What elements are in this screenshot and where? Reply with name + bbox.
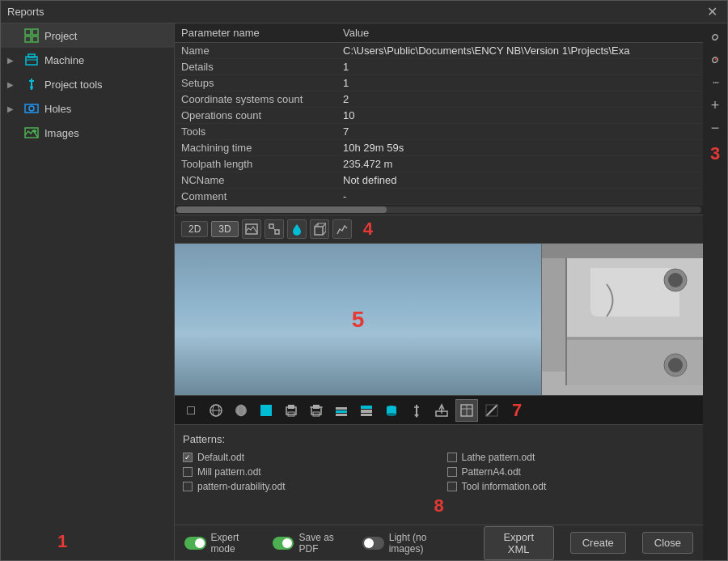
svg-point-9 bbox=[30, 86, 33, 89]
btn-export-xml[interactable]: Export XML bbox=[484, 526, 554, 560]
bt-diagonal[interactable] bbox=[480, 399, 503, 422]
sidebar-item-project[interactable]: Project bbox=[1, 23, 174, 48]
toggle-expert-thumb bbox=[195, 538, 205, 548]
link-icon-1[interactable] bbox=[705, 27, 726, 48]
num-label-8: 8 bbox=[183, 495, 695, 516]
btn-close[interactable]: Close bbox=[642, 532, 693, 554]
btn-2d[interactable]: 2D bbox=[181, 221, 208, 237]
bt-print2[interactable] bbox=[305, 399, 328, 422]
table-cell-name: NCName bbox=[181, 174, 343, 186]
svg-rect-46 bbox=[336, 410, 347, 413]
table-row[interactable]: Toolpath length235.472 m bbox=[175, 156, 703, 172]
svg-rect-18 bbox=[315, 227, 323, 235]
num-label-5: 5 bbox=[352, 307, 365, 333]
bt-stack1[interactable] bbox=[330, 399, 353, 422]
view-toolbar: 2D 3D bbox=[175, 215, 703, 244]
more-options-icon[interactable]: ··· bbox=[705, 72, 726, 93]
table-row[interactable]: Tools7 bbox=[175, 124, 703, 140]
bt-stack2[interactable] bbox=[355, 399, 378, 422]
bt-square2[interactable] bbox=[255, 399, 277, 422]
toggle-save-pdf[interactable]: Save as PDF bbox=[273, 532, 346, 555]
content-area: Project ▶ Machine ▶ bbox=[1, 23, 727, 560]
bt-3d-sphere[interactable] bbox=[230, 399, 252, 422]
sidebar-item-images[interactable]: Images bbox=[1, 121, 174, 145]
pattern-checkbox[interactable] bbox=[447, 482, 457, 491]
toggle-expert-track[interactable] bbox=[184, 537, 206, 550]
sidebar-item-project-tools[interactable]: ▶ Project tools bbox=[1, 72, 174, 96]
table-row[interactable]: NameC:\Users\Public\Documents\ENCY NB\Ve… bbox=[175, 43, 703, 59]
bt-square[interactable]: □ bbox=[180, 399, 202, 422]
btn-3d[interactable]: 3D bbox=[211, 221, 238, 237]
pattern-checkbox[interactable] bbox=[183, 482, 193, 491]
main-window: Reports ✕ Project ▶ bbox=[0, 0, 728, 561]
icon-chart[interactable] bbox=[332, 219, 352, 239]
pattern-label: PatternA4.odt bbox=[462, 466, 521, 478]
bt-tool[interactable] bbox=[405, 399, 428, 422]
bt-export[interactable] bbox=[430, 399, 453, 422]
svg-line-20 bbox=[323, 223, 326, 227]
col-header-name: Parameter name bbox=[181, 27, 343, 39]
pattern-item[interactable]: Default.odt bbox=[183, 452, 431, 463]
table-cell-name: Setups bbox=[181, 77, 343, 89]
main-panel: Parameter name Value NameC:\Users\Public… bbox=[175, 23, 727, 560]
link-icon-2[interactable] bbox=[705, 49, 726, 70]
icon-fit-view[interactable] bbox=[265, 219, 284, 239]
table-cell-value: 1 bbox=[343, 77, 696, 89]
3d-view-left[interactable]: 5 bbox=[175, 244, 541, 395]
toggle-expert-mode[interactable]: Expert mode bbox=[184, 532, 256, 555]
bt-cylinder[interactable] bbox=[380, 399, 403, 422]
pattern-item[interactable]: Tool information.odt bbox=[447, 481, 696, 492]
toggle-light[interactable]: Light (no images) bbox=[362, 532, 451, 555]
minus-icon[interactable]: − bbox=[705, 117, 726, 138]
svg-point-26 bbox=[668, 273, 683, 287]
3d-view-right[interactable] bbox=[541, 244, 703, 395]
bt-globe[interactable] bbox=[205, 399, 227, 422]
table-cell-value: Not defined bbox=[343, 174, 696, 186]
table-area: Parameter name Value NameC:\Users\Public… bbox=[175, 23, 703, 215]
close-button[interactable]: ✕ bbox=[704, 4, 721, 19]
bt-table-active[interactable] bbox=[455, 399, 478, 422]
pattern-checkbox[interactable] bbox=[447, 453, 457, 462]
table-body[interactable]: NameC:\Users\Public\Documents\ENCY NB\Ve… bbox=[175, 43, 703, 205]
horizontal-scrollbar[interactable] bbox=[175, 205, 703, 215]
table-row[interactable]: Details1 bbox=[175, 59, 703, 75]
table-row[interactable]: Coordinate systems count2 bbox=[175, 91, 703, 108]
icon-droplet[interactable] bbox=[287, 219, 307, 239]
svg-point-29 bbox=[668, 358, 683, 372]
table-row[interactable]: Comment- bbox=[175, 189, 703, 205]
toggle-pdf-track[interactable] bbox=[273, 537, 294, 550]
pattern-item[interactable]: Lathe pattern.odt bbox=[447, 452, 696, 463]
scrollbar-thumb[interactable] bbox=[176, 206, 387, 213]
sidebar: Project ▶ Machine ▶ bbox=[1, 23, 175, 560]
table-row[interactable]: Machining time10h 29m 59s bbox=[175, 140, 703, 156]
svg-rect-49 bbox=[361, 410, 372, 413]
pattern-item[interactable]: PatternA4.odt bbox=[447, 466, 696, 478]
svg-rect-37 bbox=[260, 405, 272, 416]
svg-rect-15 bbox=[269, 224, 273, 228]
svg-rect-48 bbox=[361, 406, 372, 409]
pattern-item[interactable]: pattern-durability.odt bbox=[183, 481, 431, 492]
footer: Expert mode Save as PDF Light (no images… bbox=[175, 525, 703, 560]
pattern-checkbox[interactable] bbox=[447, 467, 457, 477]
table-row[interactable]: Operations count10 bbox=[175, 108, 703, 124]
icon-image-view[interactable] bbox=[242, 219, 261, 239]
pattern-label: Mill pattern.odt bbox=[197, 466, 261, 478]
pattern-checkbox[interactable] bbox=[183, 467, 193, 477]
icon-box-view[interactable] bbox=[310, 219, 329, 239]
sidebar-item-machine[interactable]: ▶ Machine bbox=[1, 48, 174, 72]
table-cell-name: Machining time bbox=[181, 142, 343, 154]
window-title: Reports bbox=[7, 6, 44, 18]
bt-print[interactable] bbox=[280, 399, 303, 422]
pattern-label: Default.odt bbox=[197, 452, 244, 463]
add-icon[interactable]: + bbox=[705, 95, 726, 116]
toggle-expert-label: Expert mode bbox=[211, 532, 256, 555]
table-row[interactable]: Setups1 bbox=[175, 75, 703, 91]
table-row[interactable]: NCNameNot defined bbox=[175, 172, 703, 189]
btn-create[interactable]: Create bbox=[570, 532, 626, 554]
table-cell-name: Details bbox=[181, 61, 343, 73]
sidebar-item-holes[interactable]: ▶ Holes bbox=[1, 96, 174, 121]
toggle-light-track[interactable] bbox=[362, 537, 384, 550]
svg-line-62 bbox=[486, 405, 497, 416]
pattern-checkbox[interactable] bbox=[183, 453, 193, 462]
pattern-item[interactable]: Mill pattern.odt bbox=[183, 466, 431, 478]
